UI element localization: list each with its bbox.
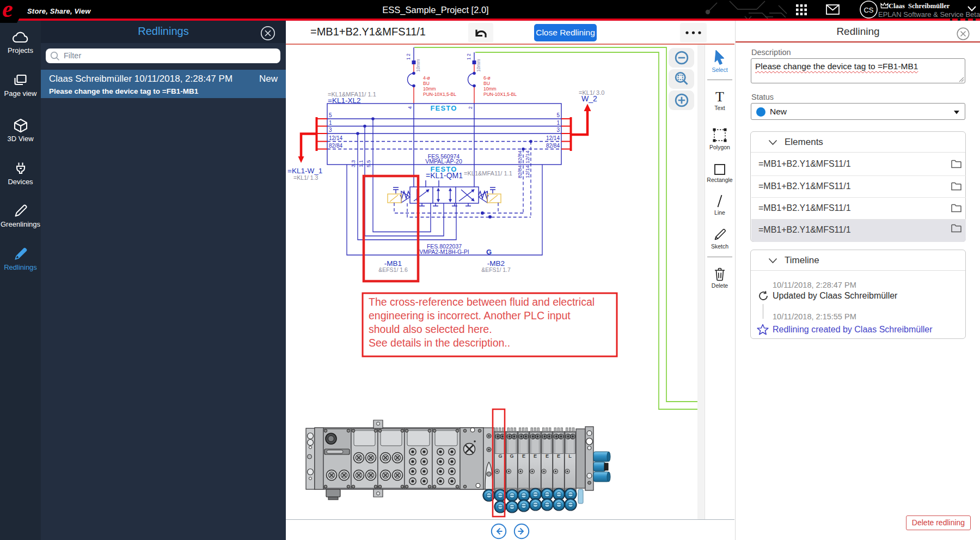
svg-text:82/84: 82/84 [517, 165, 523, 178]
svg-text:12/14: 12/14 [524, 165, 530, 178]
svg-text:G: G [510, 453, 513, 459]
svg-text:12/14: 12/14 [546, 135, 560, 141]
svg-text:VMPA2-M18H-G-PI: VMPA2-M18H-G-PI [419, 248, 469, 255]
svg-text:82/84: 82/84 [517, 150, 523, 163]
svg-text:E: E [522, 453, 525, 459]
svg-text:3: 3 [329, 127, 332, 133]
svg-text:VMPAL-AP-20: VMPAL-AP-20 [425, 158, 462, 165]
svg-text:4: 4 [407, 106, 413, 109]
svg-text:W_2: W_2 [581, 94, 597, 103]
svg-text:=KL1-QM1: =KL1-QM1 [426, 171, 463, 180]
svg-text:1: 1 [329, 120, 332, 126]
svg-text:12/14: 12/14 [524, 150, 530, 163]
svg-text:=KL1/ 1.3: =KL1/ 1.3 [293, 174, 318, 181]
svg-text:The cross-reference between fl: The cross-reference between fluid and el… [369, 296, 595, 308]
svg-text:10mm: 10mm [415, 59, 421, 72]
svg-text:&EFS1/ 1.6: &EFS1/ 1.6 [378, 266, 408, 273]
svg-text:See details in the description: See details in the description.. [369, 337, 510, 349]
svg-text:G: G [498, 453, 502, 459]
svg-text:5.5: 5.5 [365, 160, 371, 167]
svg-text:=KL1&MFA11/ 1.1: =KL1&MFA11/ 1.1 [464, 170, 512, 177]
svg-text:12/14: 12/14 [329, 135, 342, 141]
svg-text:E: E [546, 453, 549, 459]
svg-text:PUN-10X1,5-BL: PUN-10X1,5-BL [483, 92, 517, 97]
svg-text:BU: BU [483, 81, 490, 86]
svg-text:4-ø: 4-ø [423, 75, 430, 81]
svg-text:1.1: 1.1 [358, 160, 364, 167]
svg-text:1: 1 [556, 120, 560, 126]
svg-text:should also selected here.: should also selected here. [369, 323, 492, 335]
svg-text:=KL1-XL2: =KL1-XL2 [328, 96, 360, 105]
svg-text:5: 5 [556, 112, 560, 118]
svg-text:CS: CS [863, 6, 873, 14]
svg-text:82/84: 82/84 [329, 143, 342, 149]
svg-text:engineering is incorrect. Anot: engineering is incorrect. Another PLC in… [369, 310, 571, 321]
svg-text:10mm: 10mm [483, 86, 497, 92]
svg-text:3.3: 3.3 [350, 160, 356, 167]
svg-text:PUN-10X1,5-BL: PUN-10X1,5-BL [423, 92, 456, 97]
svg-text:6-ø: 6-ø [483, 75, 491, 81]
svg-text:T: T [715, 90, 724, 104]
svg-text:G: G [486, 248, 492, 256]
svg-text:=KL1-W_1: =KL1-W_1 [287, 167, 322, 175]
svg-text:5: 5 [329, 112, 332, 118]
svg-text:L: L [568, 453, 572, 459]
svg-text:E: E [534, 453, 537, 459]
svg-text:2: 2 [468, 106, 473, 109]
svg-text:82/84: 82/84 [546, 143, 560, 149]
svg-text:10mm: 10mm [423, 86, 436, 92]
svg-text:3: 3 [556, 127, 560, 133]
svg-text:&EFS1/ 1.7: &EFS1/ 1.7 [481, 266, 511, 273]
svg-text:E: E [557, 453, 560, 459]
svg-text:1 2: 1 2 [406, 53, 411, 60]
svg-text:BU: BU [423, 81, 430, 86]
svg-text:FESTO: FESTO [430, 104, 457, 112]
svg-text:10mm: 10mm [476, 59, 481, 72]
svg-text:1 2: 1 2 [466, 53, 471, 60]
